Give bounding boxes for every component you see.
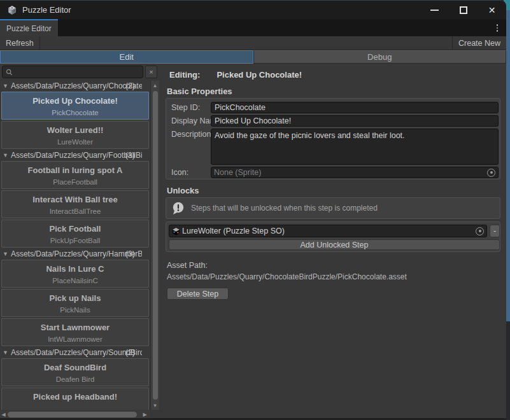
step-id-input[interactable] xyxy=(211,102,499,113)
foldout-triangle-icon[interactable]: ▼ xyxy=(3,81,8,92)
foldout-triangle-icon[interactable]: ▼ xyxy=(3,249,8,260)
step-item-title: Wolter Lured!! xyxy=(2,125,148,135)
search-clear-button[interactable]: × xyxy=(145,66,157,78)
step-item-title: Pick Football xyxy=(2,224,148,234)
window-title: Puzzle Editor xyxy=(22,5,71,15)
step-item[interactable]: Wolter Lured!! LureWolter xyxy=(1,121,149,149)
group-header[interactable]: ▼Assets/Data/Puzzles/Quarry/ChocolateBir… xyxy=(0,81,150,92)
list-horizontal-scrollbar[interactable]: ◀ ▶ xyxy=(0,410,150,418)
step-item-id: InteractBallTree xyxy=(2,207,148,215)
maximize-button[interactable] xyxy=(449,1,478,20)
group-header[interactable]: ▼Assets/Data/Puzzles/Quarry/SoundBirdPuz… xyxy=(0,347,150,358)
step-item-title: Picked Up Chocolate! xyxy=(2,96,148,106)
step-item-id: PickNails xyxy=(2,306,148,314)
horizontal-scroll-thumb[interactable] xyxy=(8,412,137,417)
tab-bar: Puzzle Editor xyxy=(0,19,506,36)
add-unlocked-step-button[interactable]: Add Unlocked Step xyxy=(169,239,500,250)
group-count: (3) xyxy=(125,150,135,161)
step-item-id: PlaceNailsinC xyxy=(2,277,148,284)
group-path: Assets/Data/Puzzles/Quarry/HammerBirdPuz… xyxy=(11,249,142,260)
step-item-title: Football in luring spot A xyxy=(2,165,148,175)
puzzle-editor-screen: Puzzle Editor ✕ Puzzle Editor Refresh Cr… xyxy=(0,0,510,420)
step-item-id: PickUpFootBall xyxy=(2,237,148,244)
asset-path-value: Assets/Data/Puzzles/Quarry/ChocolateBird… xyxy=(167,272,407,281)
dice-window-icon xyxy=(7,5,17,15)
step-list-viewport: ▼Assets/Data/Puzzles/Quarry/ChocolateBir… xyxy=(0,81,159,410)
titlebar[interactable]: Puzzle Editor ✕ xyxy=(0,0,506,19)
unlocks-help-text: Steps that will be unlocked when this st… xyxy=(191,204,378,213)
search-field[interactable] xyxy=(2,66,143,78)
tab-debug[interactable]: Debug xyxy=(253,50,507,64)
step-item[interactable]: Pick up Nails PickNails xyxy=(1,289,149,317)
group-count: (3) xyxy=(125,249,135,260)
step-list: ▼Assets/Data/Puzzles/Quarry/ChocolateBir… xyxy=(0,81,150,410)
backdrop-dark-strip xyxy=(506,321,510,420)
toolbar-divider xyxy=(39,36,40,50)
step-item[interactable]: Football in luring spot A PlaceFootball xyxy=(1,161,149,189)
backdrop-blue-strip xyxy=(506,10,510,321)
group-count: (2) xyxy=(125,81,135,92)
tab-puzzle-editor[interactable]: Puzzle Editor xyxy=(0,19,58,36)
foldout-triangle-icon[interactable]: ▼ xyxy=(3,150,8,161)
group-path: Assets/Data/Puzzles/Quarry/SoundBirdPuzz… xyxy=(11,347,142,358)
step-item-title: Pick up Nails xyxy=(2,293,148,303)
step-item[interactable]: Picked Up Chocolate! PickChocolate xyxy=(1,92,149,120)
scroll-down-icon[interactable]: ▼ xyxy=(151,401,159,410)
unlocked-step-object-field[interactable]: LureWolter (Puzzle Step SO) xyxy=(169,225,487,237)
scroll-up-icon[interactable]: ▲ xyxy=(151,81,159,90)
icon-object-value: None (Sprite) xyxy=(214,168,487,177)
editing-value: Picked Up Chocolate! xyxy=(216,70,302,80)
search-input[interactable] xyxy=(13,67,143,77)
step-editor-panel: Editing:Picked Up Chocolate! Basic Prope… xyxy=(163,64,506,418)
step-item-title: Picked up Headband! xyxy=(2,392,148,402)
refresh-button[interactable]: Refresh xyxy=(0,36,39,50)
step-item-title: Deaf SoundBird xyxy=(2,363,148,372)
group-count: (2) xyxy=(125,347,135,358)
tab-edit[interactable]: Edit xyxy=(0,50,253,64)
step-item[interactable]: Deaf SoundBird Deafen Bird xyxy=(1,358,149,386)
step-item[interactable]: Start Lawnmower IntWLawnmower xyxy=(1,318,149,346)
object-picker-icon[interactable] xyxy=(476,227,484,235)
step-list-panel: × ▼Assets/Data/Puzzles/Quarry/ChocolateB… xyxy=(0,64,159,418)
description-input[interactable]: Avoid the gaze of the picnic lovers and … xyxy=(211,129,499,165)
step-item-id: IntWLawnmower xyxy=(2,335,148,343)
step-item-title: Nails In Lure C xyxy=(2,264,148,274)
scroll-left-icon[interactable]: ◀ xyxy=(0,412,7,417)
icon-label: Icon: xyxy=(171,168,188,177)
scroll-right-icon[interactable]: ▶ xyxy=(141,412,148,417)
step-item-id: PickChocolate xyxy=(2,109,148,116)
step-item[interactable]: Pick Football PickUpFootBall xyxy=(1,220,149,248)
asset-path-label: Asset Path: xyxy=(167,261,208,270)
remove-unlocked-step-button[interactable]: - xyxy=(490,225,500,237)
window-controls: ✕ xyxy=(420,1,506,20)
scriptable-object-icon xyxy=(172,227,180,235)
minimize-icon xyxy=(430,10,439,11)
step-item[interactable]: Interact With Ball tree InteractBallTree xyxy=(1,190,149,218)
minimize-button[interactable] xyxy=(420,1,449,20)
vertical-scroll-thumb[interactable] xyxy=(153,91,158,400)
editing-header: Editing:Picked Up Chocolate! xyxy=(169,70,302,80)
tab-label: Puzzle Editor xyxy=(6,24,52,33)
group-path: Assets/Data/Puzzles/Quarry/FootballBirdP… xyxy=(11,150,142,161)
toolbar: Refresh Create New xyxy=(0,36,506,50)
close-button[interactable]: ✕ xyxy=(478,1,506,20)
unlocked-step-value: LureWolter (Puzzle Step SO) xyxy=(182,227,476,235)
search-row: × xyxy=(2,66,157,78)
kebab-menu-icon[interactable] xyxy=(493,23,502,33)
group-header[interactable]: ▼Assets/Data/Puzzles/Quarry/FootballBird… xyxy=(0,150,150,161)
step-item[interactable]: Picked up Headband! xyxy=(1,388,149,410)
unlocked-steps-box: LureWolter (Puzzle Step SO) - Add Unlock… xyxy=(166,221,500,252)
step-item-id: LureWolter xyxy=(2,138,148,146)
icon-object-field[interactable]: None (Sprite) xyxy=(211,167,499,178)
create-new-button[interactable]: Create New xyxy=(453,36,506,50)
object-picker-icon[interactable] xyxy=(487,169,495,177)
info-bubble-icon xyxy=(171,201,185,215)
group-path: Assets/Data/Puzzles/Quarry/ChocolateBird… xyxy=(11,81,142,92)
list-vertical-scrollbar[interactable]: ▲ ▼ xyxy=(150,81,159,410)
group-header[interactable]: ▼Assets/Data/Puzzles/Quarry/HammerBirdPu… xyxy=(0,249,150,260)
delete-step-button[interactable]: Delete Step xyxy=(167,288,229,300)
puzzle-editor-window: Puzzle Editor ✕ Puzzle Editor Refresh Cr… xyxy=(0,0,506,420)
step-item[interactable]: Nails In Lure C PlaceNailsinC xyxy=(1,260,149,288)
display-name-input[interactable] xyxy=(211,115,499,127)
foldout-triangle-icon[interactable]: ▼ xyxy=(3,347,8,358)
